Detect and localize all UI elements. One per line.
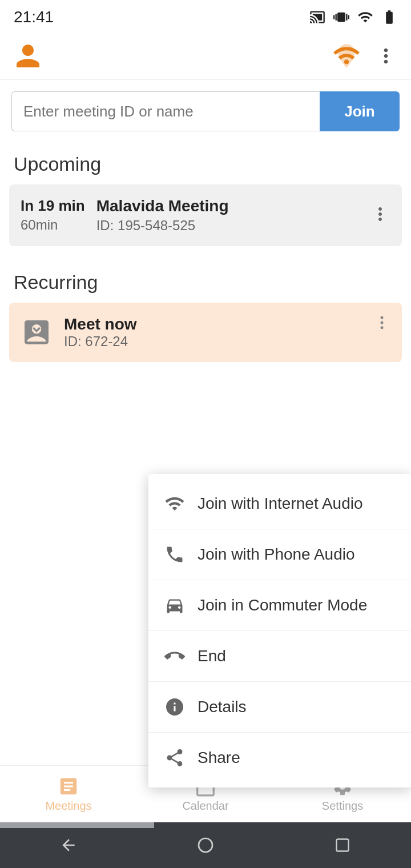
upcoming-duration: 60min (21, 217, 85, 233)
upcoming-time-block: In 19 min 60min (21, 197, 85, 234)
share-label: Share (198, 749, 240, 767)
calendar-nav-label: Calendar (182, 799, 228, 813)
phone-icon (164, 544, 185, 565)
svg-point-1 (381, 316, 384, 319)
nav-meetings[interactable]: Meetings (0, 775, 137, 813)
recurring-meeting-icon (21, 316, 53, 348)
wifi-icon (164, 493, 185, 514)
svg-point-2 (381, 322, 384, 324)
recurring-meeting-title: Meet now (64, 315, 137, 333)
phone-audio-label: Join with Phone Audio (198, 545, 355, 564)
upcoming-more-button[interactable] (370, 204, 390, 227)
dropdown-item-end[interactable]: End (148, 631, 411, 682)
more-button[interactable] (374, 45, 397, 70)
share-icon (164, 748, 185, 768)
upcoming-details-block: Malavida Meeting ID: 195-548-525 (96, 197, 229, 234)
home-button[interactable] (194, 834, 217, 857)
join-button[interactable]: Join (320, 91, 400, 131)
upcoming-meeting-card[interactable]: In 19 min 60min Malavida Meeting ID: 195… (9, 184, 402, 246)
status-time: 21:41 (14, 8, 54, 26)
svg-point-0 (344, 59, 349, 64)
profile-button[interactable] (14, 42, 42, 73)
recurring-meeting-text: Meet now ID: 672-24 (64, 315, 137, 349)
car-icon (164, 595, 185, 616)
dropdown-item-details[interactable]: Details (148, 682, 411, 733)
upcoming-meeting-info: In 19 min 60min Malavida Meeting ID: 195… (21, 197, 229, 234)
recurring-meeting-id: ID: 672-24 (64, 333, 137, 349)
details-label: Details (198, 698, 247, 716)
wifi-location-button[interactable] (332, 42, 361, 73)
meetings-nav-label: Meetings (45, 799, 91, 813)
back-button[interactable] (57, 834, 80, 857)
upcoming-section-header: Upcoming (0, 137, 411, 184)
info-icon (164, 697, 185, 717)
upcoming-time-in: In 19 min (21, 197, 85, 215)
recurring-more-button[interactable] (373, 314, 390, 333)
app-bar-right-icons (332, 42, 397, 73)
battery-icon (381, 9, 397, 25)
recurring-meeting-card[interactable]: Meet now ID: 672-24 (9, 303, 402, 362)
vibrate-icon (333, 9, 349, 25)
search-join-bar: Join (0, 80, 411, 137)
recents-button[interactable] (331, 834, 354, 857)
cast-icon (309, 9, 325, 25)
dropdown-item-phone-audio[interactable]: Join with Phone Audio (148, 529, 411, 580)
meeting-id-input[interactable] (11, 91, 320, 131)
upcoming-id: ID: 195-548-525 (96, 218, 229, 234)
status-icons (309, 9, 397, 25)
upcoming-title: Malavida Meeting (96, 197, 229, 215)
system-nav-bar (0, 822, 411, 868)
dropdown-menu: Join with Internet Audio Join with Phone… (148, 474, 411, 787)
svg-point-4 (199, 838, 212, 852)
svg-point-3 (381, 326, 384, 329)
dropdown-item-share[interactable]: Share (148, 733, 411, 783)
app-bar (0, 34, 411, 80)
commuter-mode-label: Join in Commuter Mode (198, 596, 367, 614)
dropdown-item-internet-audio[interactable]: Join with Internet Audio (148, 479, 411, 529)
recurring-section-header: Recurring (0, 255, 411, 303)
end-call-icon (164, 646, 185, 666)
internet-audio-label: Join with Internet Audio (198, 495, 363, 513)
svg-rect-5 (337, 839, 349, 851)
end-label: End (198, 647, 226, 665)
wifi-status-icon (357, 9, 373, 25)
status-bar: 21:41 (0, 0, 411, 34)
settings-nav-label: Settings (322, 799, 363, 813)
dropdown-item-commuter-mode[interactable]: Join in Commuter Mode (148, 580, 411, 631)
